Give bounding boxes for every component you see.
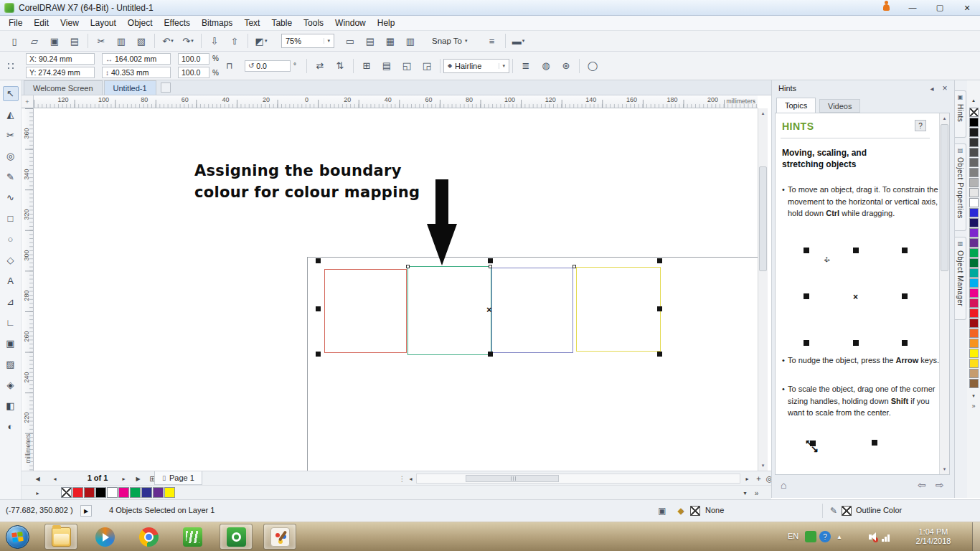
object-height-field[interactable]: ↕ 40.353 mm <box>102 67 171 78</box>
volume-icon[interactable] <box>864 531 876 542</box>
redo-button[interactable]: ↷▾ <box>178 33 198 49</box>
yellow-rectangle[interactable] <box>576 267 661 352</box>
menu-item-file[interactable]: File <box>3 17 28 29</box>
no-color-swatch[interactable] <box>61 487 72 498</box>
selection-handle[interactable] <box>316 352 321 357</box>
color-swatch[interactable] <box>969 248 979 258</box>
origin-selector[interactable] <box>6 61 16 71</box>
show-rulers-button[interactable]: ▤ <box>360 33 380 49</box>
color-swatch[interactable] <box>969 228 979 237</box>
palette-scroll-down-icon[interactable]: ▾ <box>967 392 980 400</box>
mirror-vertical-button[interactable]: ⇅ <box>330 58 350 74</box>
dock-tab-object-properties[interactable]: ▤Object Properties <box>955 143 966 231</box>
taskbar-coreldraw[interactable] <box>263 524 296 550</box>
taskbar-corel-connect[interactable] <box>220 524 253 550</box>
color-swatch[interactable] <box>969 238 979 248</box>
corel-tray-icon[interactable] <box>805 531 816 542</box>
rotation-angle-field[interactable]: ↺ 0.0 <box>245 60 291 72</box>
scroll-down-icon[interactable]: ▾ <box>940 464 949 474</box>
color-swatch[interactable] <box>164 487 175 498</box>
docker-flyout-icon[interactable]: ◂ <box>927 83 937 93</box>
object-node[interactable] <box>406 265 410 268</box>
import-button[interactable]: ⇩ <box>204 33 225 49</box>
interactive-fill-tool[interactable]: ◧ <box>3 398 19 413</box>
drop-shadow-tool[interactable]: ▣ <box>3 336 19 351</box>
selection-handle[interactable] <box>488 258 493 263</box>
menu-item-view[interactable]: View <box>55 17 85 29</box>
scrollbar-thumb[interactable] <box>941 124 948 271</box>
outline-width-combo[interactable]: ◆ Hairline ▾ <box>443 59 509 73</box>
parallel-dimension-tool[interactable]: ⊿ <box>3 294 19 309</box>
text-tool[interactable]: A <box>3 273 19 288</box>
color-swatch[interactable] <box>95 487 106 498</box>
annotation-arrow-shaft[interactable] <box>435 179 448 225</box>
color-swatch[interactable] <box>969 278 979 288</box>
menu-item-window[interactable]: Window <box>329 17 372 29</box>
drawing-canvas[interactable]: Assigning the boundary colour for colour… <box>34 108 758 471</box>
undo-button[interactable]: ↶▾ <box>158 33 178 49</box>
color-swatch[interactable] <box>130 487 141 498</box>
account-icon[interactable] <box>878 2 894 13</box>
previous-page-button[interactable]: ◂ <box>49 473 61 484</box>
palette-flyout-icon[interactable]: » <box>750 487 763 499</box>
horizontal-ruler[interactable]: millimeters 1201008060402002040608010012… <box>34 95 758 108</box>
paste-button[interactable]: ▧ <box>131 33 151 49</box>
show-hidden-icons[interactable]: ▲ <box>834 531 845 542</box>
color-swatch[interactable] <box>72 487 83 498</box>
scroll-left-icon[interactable]: ◂ <box>405 473 417 484</box>
help-tray-icon[interactable]: ? <box>819 531 831 542</box>
color-swatch[interactable] <box>969 369 979 378</box>
dock-tab-object-manager[interactable]: ▥Object Manager <box>955 237 966 320</box>
copy-button[interactable]: ▥ <box>111 33 131 49</box>
palette-flyout-icon[interactable]: » <box>967 402 980 410</box>
snap-to-dropdown[interactable]: Snap To ▾ <box>428 33 472 49</box>
tab-welcome-screen[interactable]: Welcome Screen <box>24 80 103 95</box>
taskbar-chrome[interactable] <box>132 524 165 550</box>
network-icon[interactable] <box>880 531 892 542</box>
ruler-origin-button[interactable]: + <box>22 95 34 108</box>
last-page-button[interactable]: ▶ <box>132 473 144 484</box>
first-page-button[interactable]: ◀ <box>32 473 44 484</box>
selection-handle[interactable] <box>657 306 662 311</box>
taskbar-green-notes[interactable] <box>176 524 209 550</box>
chevron-down-icon[interactable]: ▾ <box>171 38 174 44</box>
new-document-tab-button[interactable] <box>161 83 171 93</box>
dock-tab-hints[interactable]: ▣Hints <box>955 90 966 138</box>
chevron-down-icon[interactable]: ▾ <box>522 38 525 44</box>
hints-scrollbar[interactable]: ▴ ▾ <box>939 113 949 474</box>
wrap-text-button[interactable]: ▤ <box>377 58 397 74</box>
menu-item-table[interactable]: Table <box>265 17 298 29</box>
object-node[interactable] <box>489 265 492 268</box>
menu-item-help[interactable]: Help <box>372 17 401 29</box>
new-document-button[interactable]: ▯ <box>4 33 24 49</box>
taskbar-file-explorer[interactable] <box>44 524 77 550</box>
selection-center-marker[interactable]: × <box>486 305 492 314</box>
color-swatch[interactable] <box>969 138 979 147</box>
options-button[interactable]: ≡ <box>482 33 502 49</box>
blue-rectangle[interactable] <box>491 268 573 353</box>
palette-scroll-up-icon[interactable]: ▴ <box>967 96 980 105</box>
menu-item-bitmaps[interactable]: Bitmaps <box>196 17 238 29</box>
menu-item-edit[interactable]: Edit <box>28 17 55 29</box>
color-swatch[interactable] <box>969 339 979 348</box>
menu-item-effects[interactable]: Effects <box>159 17 196 29</box>
palette-flyout-icon[interactable]: ▸ <box>32 487 44 499</box>
ellipse-tool[interactable]: ○ <box>3 232 19 247</box>
pick-tool[interactable]: ↖ <box>3 86 19 101</box>
status-flyout-button[interactable]: ▶ <box>80 505 92 517</box>
lock-ratio-button[interactable]: ⊓ <box>223 60 236 72</box>
transparency-tool[interactable]: ▨ <box>3 357 19 372</box>
chevron-down-icon[interactable]: ▾ <box>265 38 268 44</box>
object-node[interactable] <box>573 265 576 268</box>
color-eyedropper-tool[interactable]: ◈ <box>3 377 19 392</box>
restore-button[interactable]: ▢ <box>931 2 948 14</box>
mirror-horizontal-button[interactable]: ⇄ <box>310 58 330 74</box>
color-swatch[interactable] <box>969 288 979 298</box>
shape-tool[interactable]: ◭ <box>3 107 19 122</box>
color-swatch[interactable] <box>969 309 979 318</box>
selection-handle[interactable] <box>316 306 321 311</box>
annotation-arrow-head[interactable] <box>427 224 457 265</box>
workspace-switcher-button[interactable]: ▬▾ <box>509 33 529 49</box>
scrollbar-thumb[interactable] <box>759 166 767 271</box>
help-button[interactable]: ? <box>915 120 926 131</box>
